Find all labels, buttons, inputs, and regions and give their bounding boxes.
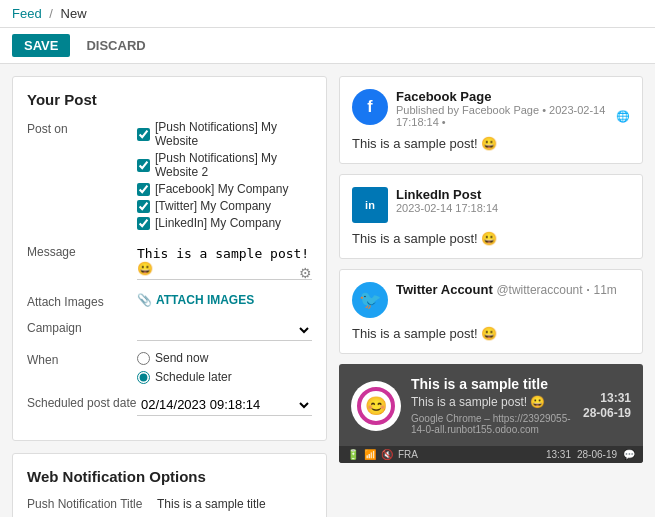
channel-checkbox-0[interactable] <box>137 128 150 141</box>
schedule-later-label: Schedule later <box>155 370 232 384</box>
chat-icon: 💬 <box>623 449 635 460</box>
linkedin-page-name: LinkedIn Post <box>396 187 630 202</box>
facebook-page-name: Facebook Page <box>396 89 630 104</box>
channel-label-3: [Twitter] My Company <box>155 199 271 213</box>
linkedin-post-text: This is a sample post! 😀 <box>352 231 630 246</box>
breadcrumb-separator: / <box>49 6 53 21</box>
channel-checkbox-4[interactable] <box>137 217 150 230</box>
scheduled-date-row: Scheduled post date 02/14/2023 09:18:14 <box>27 394 312 416</box>
web-notification-title: Web Notification Options <box>27 468 312 485</box>
campaign-select[interactable] <box>137 319 312 341</box>
scheduled-date-container: 02/14/2023 09:18:14 <box>137 394 312 416</box>
taskbar-time: 13:31 <box>546 449 571 460</box>
send-now-option: Send now <box>137 351 312 365</box>
channel-item: [LinkedIn] My Company <box>137 216 312 230</box>
twitter-time: 11m <box>593 283 616 297</box>
push-title-label: Push Notification Title <box>27 497 157 511</box>
campaign-row: Campaign <box>27 319 312 341</box>
linkedin-page-info: LinkedIn Post 2023-02-14 17:18:14 <box>396 187 630 214</box>
when-options: Send now Schedule later <box>137 351 312 384</box>
message-row: Message This is a sample post! 😀 ⚙ <box>27 243 312 283</box>
push-title: This is a sample title <box>411 376 573 392</box>
push-taskbar: 🔋 📶 🔇 FRA 13:31 28-06-19 💬 <box>339 446 643 463</box>
taskbar-date: 28-06-19 <box>577 449 617 460</box>
twitter-page-name: Twitter Account @twitteraccount · 11m <box>396 282 630 297</box>
send-now-label: Send now <box>155 351 208 365</box>
facebook-preview: f Facebook Page Published by Facebook Pa… <box>339 76 643 164</box>
twitter-handle: @twitteraccount <box>496 283 582 297</box>
globe-icon: 🌐 <box>616 110 630 123</box>
wifi-icon: 📶 <box>364 449 376 460</box>
when-row: When Send now Schedule later <box>27 351 312 384</box>
attach-images-button[interactable]: 📎 ATTACH IMAGES <box>137 293 254 307</box>
linkedin-header: in LinkedIn Post 2023-02-14 17:18:14 <box>352 187 630 223</box>
taskbar-right: 13:31 28-06-19 💬 <box>546 449 635 460</box>
push-message: This is a sample post! 😀 <box>411 395 573 409</box>
lang-label: FRA <box>398 449 418 460</box>
push-time-container: 13:31 28-06-19 <box>583 391 631 420</box>
breadcrumb: Feed / New <box>0 0 655 28</box>
push-icon: 😊 <box>351 381 401 431</box>
push-content: This is a sample title This is a sample … <box>411 376 573 435</box>
push-smile-icon: 😊 <box>365 395 387 417</box>
message-label: Message <box>27 243 137 259</box>
channel-item: [Push Notifications] My Website 2 <box>137 151 312 179</box>
linkedin-preview: in LinkedIn Post 2023-02-14 17:18:14 Thi… <box>339 174 643 259</box>
facebook-meta: Published by Facebook Page • 2023-02-14 … <box>396 104 630 128</box>
push-time-value: 13:31 <box>583 391 631 405</box>
send-now-radio[interactable] <box>137 352 150 365</box>
scheduled-date-select[interactable]: 02/14/2023 09:18:14 <box>137 394 312 416</box>
main-content: Your Post Post on [Push Notifications] M… <box>0 64 655 517</box>
twitter-page-info: Twitter Account @twitteraccount · 11m <box>396 282 630 297</box>
twitter-header: 🐦 Twitter Account @twitteraccount · 11m <box>352 282 630 318</box>
twitter-post-text: This is a sample post! 😀 <box>352 326 630 341</box>
settings-icon[interactable]: ⚙ <box>299 265 312 281</box>
push-time: 13:31 28-06-19 <box>583 391 631 420</box>
channel-label-4: [LinkedIn] My Company <box>155 216 281 230</box>
attach-images-btn-label: ATTACH IMAGES <box>156 293 254 307</box>
channel-item: [Twitter] My Company <box>137 199 312 213</box>
save-button[interactable]: SAVE <box>12 34 70 57</box>
post-on-row: Post on [Push Notifications] My Website … <box>27 120 312 233</box>
channel-label-2: [Facebook] My Company <box>155 182 288 196</box>
message-field-container: This is a sample post! 😀 ⚙ <box>137 243 312 283</box>
taskbar-icons: 🔋 📶 🔇 FRA <box>347 449 418 460</box>
attach-images-label: Attach Images <box>27 293 137 309</box>
push-icon-inner: 😊 <box>357 387 395 425</box>
twitter-preview: 🐦 Twitter Account @twitteraccount · 11m … <box>339 269 643 354</box>
facebook-meta-text: Published by Facebook Page • 2023-02-14 … <box>396 104 612 128</box>
web-notification-section: Web Notification Options Push Notificati… <box>12 453 327 517</box>
channel-item: [Facebook] My Company <box>137 182 312 196</box>
facebook-post-text: This is a sample post! 😀 <box>352 136 630 151</box>
paperclip-icon: 📎 <box>137 293 152 307</box>
facebook-page-info: Facebook Page Published by Facebook Page… <box>396 89 630 128</box>
right-panel: f Facebook Page Published by Facebook Pa… <box>339 76 643 517</box>
toolbar: SAVE DISCARD <box>0 28 655 64</box>
schedule-later-option: Schedule later <box>137 370 312 384</box>
channel-label-0: [Push Notifications] My Website <box>155 120 312 148</box>
campaign-select-container <box>137 319 312 341</box>
attach-images-row: Attach Images 📎 ATTACH IMAGES <box>27 293 312 309</box>
push-date-value: 28-06-19 <box>583 406 631 420</box>
push-title-value: This is a sample title <box>157 497 312 511</box>
campaign-label: Campaign <box>27 319 137 335</box>
linkedin-meta: 2023-02-14 17:18:14 <box>396 202 630 214</box>
breadcrumb-parent[interactable]: Feed <box>12 6 42 21</box>
schedule-later-radio[interactable] <box>137 371 150 384</box>
channel-checkbox-3[interactable] <box>137 200 150 213</box>
facebook-header: f Facebook Page Published by Facebook Pa… <box>352 89 630 128</box>
scheduled-date-label: Scheduled post date <box>27 394 137 410</box>
channels-list: [Push Notifications] My Website [Push No… <box>137 120 312 233</box>
battery-icon: 🔋 <box>347 449 359 460</box>
channel-label-1: [Push Notifications] My Website 2 <box>155 151 312 179</box>
discard-button[interactable]: DISCARD <box>78 34 153 57</box>
message-input[interactable]: This is a sample post! 😀 <box>137 243 312 280</box>
channel-checkbox-2[interactable] <box>137 183 150 196</box>
when-label: When <box>27 351 137 367</box>
post-on-label: Post on <box>27 120 137 136</box>
linkedin-avatar: in <box>352 187 388 223</box>
left-panel: Your Post Post on [Push Notifications] M… <box>12 76 327 517</box>
push-url-preview: Google Chrome – https://23929055-14-0-al… <box>411 413 573 435</box>
channel-checkbox-1[interactable] <box>137 159 150 172</box>
your-post-title: Your Post <box>27 91 312 108</box>
